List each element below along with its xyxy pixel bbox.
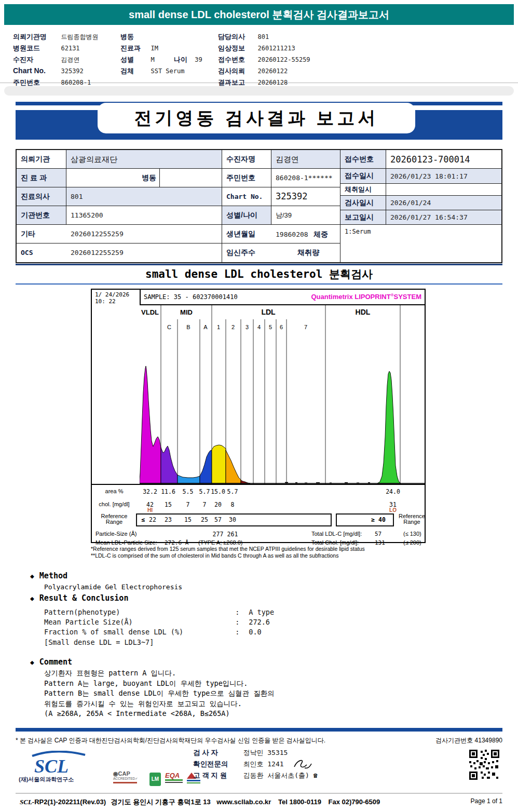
comment-heading: ◆Comment	[30, 657, 72, 667]
cell-label: 의뢰기관	[17, 150, 66, 168]
org-number: 검사기관번호 41349890	[435, 736, 502, 745]
table-row: 기타 2026012255259 생년월일 19860208 체중	[17, 225, 340, 243]
field-label: Chart No.	[13, 65, 53, 76]
result-row: Pattern(phenotype) : A type	[44, 608, 407, 616]
labmed-logo-text: LM	[152, 776, 159, 782]
comment-line: 상기환자 표현형은 pattern A 입니다.	[44, 668, 275, 679]
field-label: 병동	[120, 32, 143, 42]
section-title: small dense LDL cholesterol 분획검사	[0, 267, 518, 281]
field-value: 20260122	[257, 66, 288, 76]
result-row: Mean Particle Size(Å) : 272.6	[44, 618, 407, 626]
method-heading-text: Method	[39, 571, 67, 580]
banner-title: 전기영동 검사결과 보고서	[98, 103, 415, 133]
field-value: 20260122-55259	[257, 55, 310, 65]
doc-number: RP2(1)-202211(Rev.03)	[34, 798, 106, 806]
cell-label: 생년월일	[222, 225, 271, 243]
field-value: 39	[195, 55, 202, 65]
table-row: 접수번호 20260123-700014	[340, 150, 501, 169]
patient-row: 주민번호 860208-1	[13, 77, 91, 87]
patient-row: 의뢰기관명 드림종합병원	[13, 31, 98, 42]
cell-value: 2026/01/27 16:54:37	[386, 210, 501, 224]
sign-value: 최인호 1241	[243, 760, 283, 768]
table-row: 채취일시	[340, 184, 501, 196]
diamond-icon: ◆	[30, 572, 34, 580]
field-label: 의뢰기관명	[13, 32, 53, 42]
comment-line: (A ≥268A, 265A < Intermediate <268A, B≤2…	[44, 709, 275, 719]
sub-band-label: 7	[304, 324, 307, 330]
brand-part: Quantimetrix LIPOPRINT	[311, 293, 390, 301]
cell-value: 남/39	[271, 206, 340, 224]
total-chol-ref: (≤ 200)	[403, 539, 421, 546]
field-label: 병원코드	[13, 43, 53, 53]
field-value: 325392	[61, 66, 83, 76]
lo-flag: LO	[380, 507, 405, 513]
sub-band-label: 3	[246, 324, 249, 330]
particle-size-label: Particle-Size (Å)	[96, 531, 137, 537]
cell-value: 801	[66, 187, 222, 206]
sub-band-label: A	[203, 324, 208, 330]
cell-value	[386, 184, 501, 195]
chol-row-label: chol. [mg/dl]	[92, 501, 137, 507]
cell-value: 11365200	[66, 206, 222, 224]
cell-label: 임신주수	[222, 243, 271, 262]
patient-row: 검사의뢰 20260122	[218, 65, 288, 76]
sub-band-label: 4	[257, 324, 261, 330]
result-note: [Small dense LDL = LDL3~7]	[44, 638, 407, 646]
field-label: 성별	[120, 55, 143, 65]
ldl2-region	[226, 450, 241, 483]
ref-row-label: Reference Range	[92, 513, 137, 525]
field-label: 접수번호	[218, 55, 250, 65]
hdl-peak	[377, 371, 401, 483]
report-title: small dense LDL cholesterol 분획검사 검사결과보고서	[129, 9, 389, 20]
scl-logo-text: SCL	[34, 756, 69, 776]
ldl3-tail	[241, 480, 250, 483]
address: 경기도 용인시 기흥구 흥덕1로 13	[111, 798, 211, 806]
mean-size-label: Mean LDL-Particle Size:	[96, 539, 157, 546]
page-number: Page 1 of 1	[471, 797, 502, 807]
eqa-logo-bar	[165, 779, 183, 781]
cell-label: 수진자명	[222, 150, 271, 168]
result-label: Pattern(phenotype)	[44, 608, 231, 616]
cell-label: 접수일시	[340, 169, 386, 183]
cell-value: 2026012255259	[66, 243, 222, 262]
telephone: Tel 1800-0119	[278, 798, 321, 806]
weight-label: 체중	[313, 230, 328, 238]
sign-value: 김동환 서울서초(출) ☎	[243, 772, 317, 779]
sub-band-label: C	[167, 324, 171, 330]
comment-line: Pattern A는 large, buoyant LDL이 우세한 type입…	[44, 679, 275, 689]
method-heading: ◆Method	[30, 571, 67, 580]
cell-sub: 병동	[66, 169, 160, 187]
cell-value: 2026/01/23 18:01:17	[386, 169, 501, 183]
diamond-icon: ◆	[30, 594, 34, 602]
sign-label: 고 객 지 원	[193, 770, 241, 781]
footnote-2: **LDL-C is comprised of the sum of chole…	[91, 552, 338, 559]
signature-block: 검 사 자 정낙민 35315 확인전문의 최인호 1241 고 객 지 원 김…	[193, 747, 318, 781]
doc-scl: SCL-	[20, 798, 34, 806]
patient-row: 검체 SST Serum	[120, 65, 184, 76]
mid-b-region	[178, 475, 200, 483]
document-footer-line: SCL-RP2(1)-202211(Rev.03) 경기도 용인시 기흥구 흥덕…	[20, 797, 502, 807]
cap-accredited-text: ACCREDITED	[113, 777, 135, 780]
cell-label: 기관번호	[17, 206, 66, 224]
field-label: 수진자	[13, 55, 53, 65]
table-row: 의뢰기관 삼광의료재단 수진자명 김경연	[17, 150, 340, 169]
comment-heading-text: Comment	[39, 657, 72, 667]
ref-hdl-value: ≥ 40	[366, 516, 391, 523]
cell-label: 보고일시	[340, 210, 386, 224]
chart-header: SAMPLE: 35 - 602370001410 Quantimetrix L…	[140, 290, 425, 305]
field-value: M	[151, 55, 171, 65]
diamond-icon: ◆	[30, 658, 34, 666]
table-row: 1:Serum	[340, 225, 501, 260]
brand-part: SYSTEM	[394, 293, 421, 301]
field-value: 801	[257, 32, 269, 42]
serum-note: 1:Serum	[340, 225, 501, 235]
ref-row-label-right: Reference Range	[397, 513, 427, 525]
sample-amount-label: 채취량	[271, 243, 340, 262]
cell-value: 2026012255259	[66, 225, 222, 243]
total-ldl-value: 57	[375, 531, 381, 537]
total-chol-label: Total Chol. [mg/dl]:	[311, 539, 359, 546]
website: www.scllab.co.kr	[216, 798, 271, 806]
cell-label: 진 료 과	[17, 169, 66, 187]
sign-row: 고 객 지 원 김동환 서울서초(출) ☎	[193, 769, 318, 781]
cell-label: 검사일시	[340, 196, 386, 210]
